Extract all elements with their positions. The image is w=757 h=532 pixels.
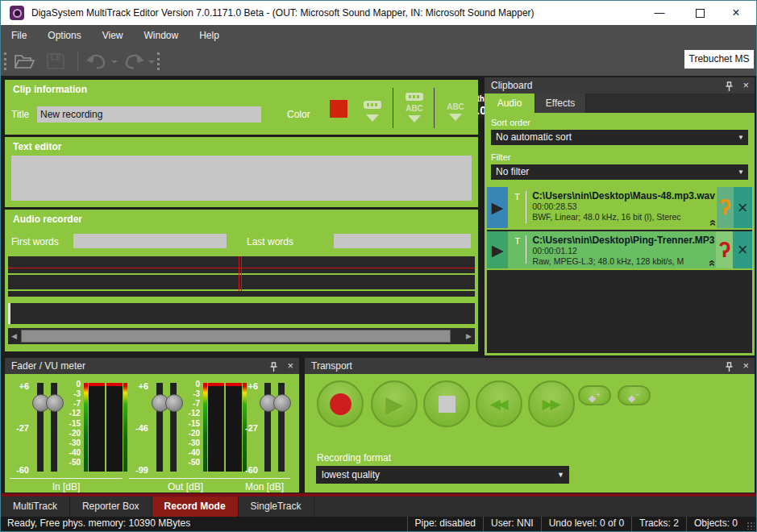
group-label: In [dB] [10, 481, 123, 493]
tab-audio[interactable]: Audio [485, 94, 535, 113]
close-icon[interactable]: × [742, 79, 749, 91]
clip-color-swatch[interactable] [330, 100, 347, 118]
clip-information-panel: Clip information Title Color ABC ABC [5, 80, 478, 135]
clip-info: T C:\Users\nin\Desktop\Maus-48.mp3.wav 0… [508, 187, 717, 228]
fader-slider[interactable] [156, 383, 163, 472]
clip-path: C:\Users\nin\Desktop\Maus-48.mp3.wav [532, 190, 715, 202]
status-user: User: NNI [483, 517, 541, 531]
recorder-waveform-area[interactable]: ◀ ▶ [8, 256, 475, 347]
text-editor-panel: Text editor [5, 137, 478, 207]
remove-marker-button[interactable]: ◆− [618, 385, 651, 405]
scrollbar-thumb[interactable] [21, 330, 451, 343]
fast-forward-button[interactable]: ▶▶ [528, 380, 575, 427]
open-file-button[interactable] [14, 52, 36, 73]
save-button[interactable] [46, 52, 65, 73]
menu-view[interactable]: View [92, 30, 134, 41]
play-button[interactable]: ▶ [371, 380, 418, 427]
first-words-input[interactable] [73, 234, 227, 248]
close-button[interactable]: × [720, 1, 752, 25]
dropdown-arrow-icon: ▼ [738, 130, 744, 145]
diamond-plus-icon: ◆ [589, 393, 596, 404]
play-clip-button[interactable]: ▶ [487, 187, 508, 228]
scroll-left-button[interactable]: ◀ [8, 328, 20, 344]
close-icon[interactable]: × [287, 360, 293, 372]
clip-text-marker-dropdown-button[interactable]: ABC [397, 89, 432, 128]
waveform-track-row[interactable] [8, 291, 475, 297]
collapse-chevrons-icon[interactable]: « [706, 260, 720, 266]
play-clip-button[interactable]: ▶ [487, 231, 508, 268]
menu-options[interactable]: Options [37, 30, 91, 41]
tab-effects[interactable]: Effects [535, 94, 586, 113]
fader-slider[interactable] [51, 383, 57, 472]
group-label: Mon [dB] [234, 481, 295, 493]
close-icon[interactable]: × [742, 360, 749, 372]
stop-button[interactable] [423, 380, 470, 427]
app-window: DigaSystem MultiTrack Editor Version 7.0… [0, 0, 757, 532]
mode-tab-bar: MultiTrack Reporter Box Record Mode Sing… [1, 497, 756, 517]
tab-singletrack[interactable]: SingleTrack [239, 497, 314, 517]
fader-slider[interactable] [278, 383, 285, 472]
filter-select[interactable]: No filter ▼ [491, 164, 748, 180]
color-label: Color [287, 109, 310, 120]
remove-clip-button[interactable]: × [733, 231, 752, 268]
clipboard-tabs: Audio Effects [485, 94, 755, 113]
fader-slider[interactable] [37, 383, 44, 472]
resize-grip[interactable] [747, 522, 755, 530]
dropdown-arrow-icon: ▼ [557, 466, 564, 484]
clipboard-item[interactable]: ▶ T C:\Users\nin\Desktop\Ping-Trenner.MP… [487, 231, 752, 270]
fader-group-out: +6-46-99 0-3-7-12-15-20-30-40-50 Out [dB… [129, 378, 242, 493]
sort-order-select[interactable]: No automatic sort ▼ [491, 130, 748, 145]
clipboard-header: Clipboard × [485, 77, 755, 94]
clip-info: T C:\Users\nin\Desktop\Ping-Trenner.MP3 … [508, 231, 716, 268]
font-selector[interactable]: Trebuchet MS [684, 50, 754, 69]
undo-dropdown-arrow[interactable] [111, 60, 118, 64]
vu-gradient [203, 383, 207, 472]
toolbar-grip[interactable] [157, 52, 162, 70]
filter-value: No filter [496, 166, 529, 177]
fader-knob[interactable] [273, 394, 291, 412]
recording-format-select[interactable]: lowest quality ▼ [316, 466, 569, 484]
timeline-row[interactable] [8, 303, 475, 324]
fader-range-labels: +6-27-60 [239, 381, 258, 475]
maximize-button[interactable] [684, 1, 716, 25]
add-marker-button[interactable]: ◆+ [578, 385, 611, 405]
toolbar-grip[interactable] [4, 52, 9, 70]
undo-button[interactable] [85, 52, 109, 73]
redo-dropdown-arrow[interactable] [148, 60, 155, 64]
record-button[interactable] [317, 380, 364, 427]
record-cursor[interactable] [239, 256, 242, 291]
titlebar: DigaSystem MultiTrack Editor Version 7.0… [1, 1, 756, 25]
divider [526, 235, 526, 264]
pin-icon[interactable] [269, 361, 278, 376]
last-words-input[interactable] [334, 234, 471, 248]
menu-window[interactable]: Window [134, 30, 189, 41]
app-logo-icon [10, 6, 24, 20]
status-undo-level: Undo level: 0 of 0 [541, 517, 631, 531]
waveform-scrollbar[interactable]: ◀ ▶ [8, 328, 475, 344]
menu-help[interactable]: Help [189, 30, 230, 41]
dropdown-arrow-icon [449, 114, 462, 121]
rewind-button[interactable]: ◀◀ [476, 380, 522, 427]
clip-title-input[interactable] [37, 106, 261, 123]
window-title: DigaSystem MultiTrack Editor Version 7.0… [31, 7, 534, 19]
clip-path: C:\Users\nin\Desktop\Ping-Trenner.MP3 [532, 235, 714, 246]
transport-panel: Transport × ▶ ◀◀ ▶▶ ◆+ ◆− Recording form… [305, 358, 755, 493]
group-label: Out [dB] [129, 481, 242, 493]
fader-slider[interactable] [170, 383, 177, 472]
panel-title: Text editor [13, 141, 61, 152]
text-style-dropdown-button[interactable]: ABC [438, 89, 473, 128]
tab-multitrack[interactable]: MultiTrack [1, 497, 70, 517]
panel-title: Clipboard [491, 80, 532, 91]
remove-clip-button[interactable]: × [734, 187, 752, 228]
tab-reporter-box[interactable]: Reporter Box [70, 497, 152, 517]
scroll-right-button[interactable]: ▶ [463, 328, 475, 344]
text-editor-area[interactable] [11, 156, 472, 201]
fader-slider[interactable] [264, 383, 271, 472]
clip-marker-dropdown-button[interactable] [355, 89, 390, 128]
tab-record-mode[interactable]: Record Mode [152, 497, 239, 517]
redo-button[interactable] [122, 52, 146, 73]
clipboard-item[interactable]: ▶ T C:\Users\nin\Desktop\Maus-48.mp3.wav… [487, 187, 752, 230]
menu-file[interactable]: File [1, 30, 37, 41]
minimize-button[interactable]: — [643, 1, 676, 25]
collapse-chevrons-icon[interactable]: « [706, 219, 720, 226]
